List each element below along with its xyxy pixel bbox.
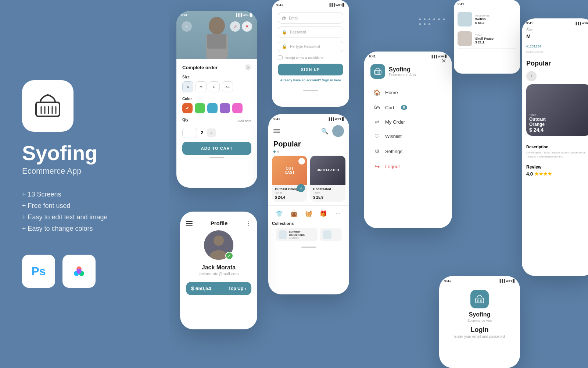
svg-rect-15 [374,70,381,74]
menu-wishlist[interactable]: ♡ Wishlist [370,129,445,144]
profile-email: jackmorata@mail.com [199,272,239,276]
product-info-2: Undefeated Tshirt $ 25,9 [310,185,345,202]
menu-button[interactable] [273,129,280,133]
svg-rect-23 [476,298,484,303]
prev-arrow[interactable]: ‹ [526,71,537,81]
password-field[interactable]: 🔒 Password [278,26,343,38]
qty-plus[interactable]: + [207,128,216,137]
login-title: Login [471,326,489,334]
bottom-nav: 👕 👜 🧺 🎁 ··· [268,205,349,221]
add-product-button-1[interactable]: + [297,184,305,192]
wishlist-button-1[interactable]: ♡ [298,158,305,164]
slide-controls: ‹ [526,71,588,81]
order-title: Complete order [182,65,218,70]
menu-home[interactable]: 🏠 Home [370,85,445,100]
feature-list: + 13 Screens + Free font used + Easy to … [22,191,147,236]
retype-password-field[interactable]: 🔒 Re-type Password [278,41,343,52]
search-icon[interactable]: 🔍 [321,128,329,135]
login-app-sub: Ecommerce App [467,319,492,322]
popular-title: Popular [268,140,349,151]
product-type-2: Tshirt [313,191,343,194]
time-display: 9:41 [273,117,280,121]
user-avatar[interactable] [332,125,344,137]
signin-link[interactable]: Sign in here [322,78,341,82]
menu-cart-label: Cart [385,105,394,110]
profile-content: ✓ Jack Morata jackmorata@mail.com $ 650,… [180,230,257,295]
svg-rect-12 [207,34,226,49]
description-section: Description Lorem ipsum dolor adipiscing… [522,142,588,162]
profile-title: Profile [211,220,228,226]
color-green[interactable] [195,103,205,113]
order-sheet: Complete order ✕ Size S M L XL Color ✓ [176,59,257,163]
terms-checkbox[interactable] [278,55,283,60]
menu-wishlist-label: Wishlist [385,134,402,139]
app-name: Syofing [22,143,147,163]
size-xl[interactable]: XL [222,81,233,92]
expand-button[interactable]: ⤢ [230,21,240,32]
collection-thumb-2 [323,230,331,239]
menu-button[interactable] [186,221,193,226]
favorite-button[interactable]: ♥ [242,21,252,32]
svg-point-9 [76,269,82,274]
sidebar-app-icon [370,64,385,79]
password-placeholder: Password [290,30,306,34]
collection-row: Summer Collections 24 Items [272,228,345,241]
color-purple[interactable] [220,103,230,113]
login-app-icon [470,290,489,308]
lock2-icon: 🔒 [282,44,287,49]
collection-count-1: 24 Items [289,237,315,239]
menu-myorder[interactable]: ⇄ My Order [370,115,445,128]
size-label: Size [526,28,533,32]
size-m[interactable]: M [196,81,207,92]
product-list-name-1: Welkin [475,17,490,21]
status-icons: ▐▐▐ WiFi ▊ [575,22,588,25]
collection-text-1: Summer Collections 24 Items [289,230,315,239]
size-s[interactable]: S [182,81,193,92]
wishlist-icon: ♡ [373,133,381,140]
signin-hint: Already have an account? Sign in here [278,78,343,82]
desc-title: Description [526,145,588,149]
logout-icon: ↪ [373,163,381,170]
product-list-item-1: Accesories Welkin $ 56,2 [458,10,516,29]
scroll-indicator [301,247,316,248]
menu-logout[interactable]: ↪ Logout [370,159,445,174]
header-icons: 🔍 [321,125,344,137]
menu-cart[interactable]: 🛍 Cart 5 [370,100,445,114]
nav-more[interactable]: ··· [333,208,344,219]
size-selector: S M L XL [182,81,251,92]
more-options-icon[interactable]: ⋮ [245,220,251,227]
add-note[interactable]: +Add note [236,119,251,123]
close-sidebar-button[interactable]: ✕ [441,57,446,64]
product-thumb-2 [458,31,472,46]
nav-bag[interactable]: 👜 [288,208,300,219]
nav-clothes[interactable]: 👕 [274,208,285,219]
color-orange[interactable]: ✓ [182,103,193,113]
settings-icon: ⚙ [373,148,381,155]
dots-decoration-2 [419,18,448,25]
collection-item-1[interactable]: Summer Collections 24 Items [276,228,318,241]
left-panel: Syofing Ecommerce App + 13 Screens + Fre… [0,0,169,368]
nav-basket[interactable]: 🧺 [303,208,314,219]
collection-item-2[interactable] [320,228,342,241]
retype-placeholder: Re-type Password [290,45,320,49]
tool-badges: Ps [22,255,147,288]
add-to-cart-button[interactable]: ADD TO CART [182,142,251,155]
back-button[interactable]: ‹ [182,21,192,32]
product-list-price-2: $ 21,1 [475,40,494,44]
qty-box [182,128,197,138]
size-l[interactable]: L [209,81,220,92]
color-pink[interactable] [232,103,243,113]
order-sub: Delivered On [526,50,588,54]
menu-settings[interactable]: ⚙ Settings [370,144,445,159]
menu-settings-label: Settings [385,149,402,154]
home-icon: 🏠 [373,89,381,96]
close-button[interactable]: ✕ [245,64,251,71]
color-blue[interactable] [207,103,218,113]
email-field[interactable]: @ Email [278,13,343,24]
feature-item: + Easy to edit text and image [22,213,147,221]
time-display: 9:41 [526,21,533,25]
topup-button[interactable]: Top Up › [229,286,246,291]
nav-gift[interactable]: 🎁 [318,208,329,219]
signup-button[interactable]: SIGN UP [278,64,343,75]
product-thumb-1 [458,12,472,26]
